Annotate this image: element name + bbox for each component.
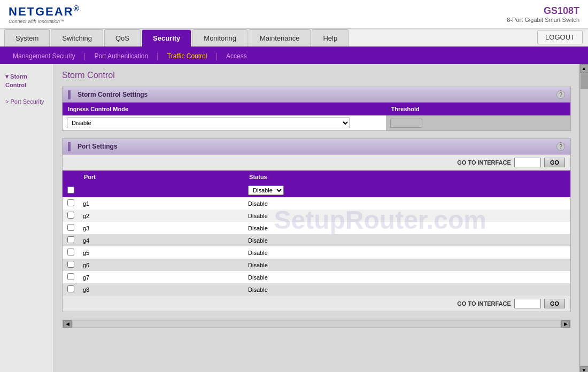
go-interface-input-top[interactable] <box>514 158 541 167</box>
sub-nav: Management Security | Port Authenticatio… <box>0 48 588 64</box>
storm-control-section-header: ▌ Storm Control Settings ? <box>63 87 570 103</box>
checkbox-cell-g4 <box>63 234 79 246</box>
tagline: Connect with Innovation™ <box>9 19 80 24</box>
header: NETGEAR® Connect with Innovation™ GS108T… <box>0 0 588 29</box>
port-row-g2: g2 Disable <box>63 210 570 222</box>
checkbox-cell-g3 <box>63 222 79 234</box>
tab-maintenance[interactable]: Maintenance <box>249 29 311 46</box>
section-header-icon: ▌ <box>68 90 73 99</box>
port-row-g5: g5 Disable <box>63 246 570 259</box>
sidebar-item-port-security[interactable]: Port Security <box>0 94 53 110</box>
netgear-logo: NETGEAR® Connect with Innovation™ <box>9 4 80 24</box>
sub-nav-traffic-control[interactable]: Traffic Control <box>159 48 216 64</box>
device-info: GS108T 8-Port Gigabit Smart Switch <box>507 5 579 23</box>
port-id-g5: g5 <box>79 246 244 259</box>
port-table: Port Status Disable Ena <box>63 170 570 296</box>
port-row-g4: g4 Disable <box>63 234 570 246</box>
logout-button[interactable]: LOGOUT <box>537 30 583 44</box>
tab-switching[interactable]: Switching <box>51 29 103 46</box>
checkbox-g1[interactable] <box>67 199 74 206</box>
col-port: Port <box>79 170 244 183</box>
nav-tabs: System Switching QoS Security Monitoring… <box>0 29 588 48</box>
go-button-top[interactable]: GO <box>544 158 565 167</box>
checkbox-g3[interactable] <box>67 224 74 231</box>
port-id-g7: g7 <box>79 271 244 283</box>
port-status-g5: Disable <box>244 246 570 259</box>
page-title: Storm Control <box>62 71 571 80</box>
checkbox-g2[interactable] <box>67 212 74 219</box>
go-to-interface-bottom-label: GO TO INTERFACE <box>457 300 511 307</box>
ingress-mode-cell: Disable Broadcast Multicast Unknown Unic… <box>63 115 386 130</box>
port-settings-section-title: Port Settings <box>78 143 118 150</box>
scroll-track[interactable] <box>581 73 588 366</box>
checkbox-g4[interactable] <box>67 236 74 243</box>
go-to-interface-top-label: GO TO INTERFACE <box>457 159 511 166</box>
main-layout: Storm Control Port Security SetupRouter.… <box>0 64 588 372</box>
vertical-scrollbar: ▲ ▼ <box>579 64 588 372</box>
tab-security[interactable]: Security <box>142 29 191 46</box>
storm-control-section-title: Storm Control Settings <box>78 91 148 98</box>
port-settings-section: ▌ Port Settings ? GO TO INTERFACE GO Por… <box>62 138 571 312</box>
checkbox-cell-g8 <box>63 283 79 296</box>
port-status-g3: Disable <box>244 222 570 234</box>
scroll-down-arrow[interactable]: ▼ <box>580 366 589 372</box>
checkbox-g7[interactable] <box>67 273 74 280</box>
sub-nav-management-security[interactable]: Management Security <box>4 48 84 64</box>
tab-system[interactable]: System <box>4 29 50 46</box>
checkbox-g8[interactable] <box>67 285 74 292</box>
threshold-cell <box>386 115 570 130</box>
port-id-g2: g2 <box>79 210 244 222</box>
sub-nav-port-auth[interactable]: Port Authentication <box>86 48 157 64</box>
checkbox-cell-g6 <box>63 259 79 271</box>
content-area: SetupRouter.com Storm Control ▌ Storm Co… <box>53 64 579 372</box>
ingress-control-mode-select[interactable]: Disable Broadcast Multicast Unknown Unic… <box>67 118 350 128</box>
port-id-g3: g3 <box>79 222 244 234</box>
storm-control-settings-table: Ingress Control Mode Threshold Disable B… <box>63 103 570 130</box>
port-all-status-cell: Disable Enable <box>244 183 570 197</box>
scroll-left-arrow[interactable]: ◀ <box>63 320 72 328</box>
port-status-g7: Disable <box>244 271 570 283</box>
col-ingress-control-mode: Ingress Control Mode <box>63 103 386 115</box>
scroll-right-arrow[interactable]: ▶ <box>561 320 570 328</box>
logo-text: NETGEAR® <box>9 4 80 19</box>
tab-qos[interactable]: QoS <box>104 29 141 46</box>
port-all-status-select[interactable]: Disable Enable <box>248 185 284 195</box>
checkbox-all[interactable] <box>67 187 74 193</box>
port-status-g1: Disable <box>244 197 570 210</box>
port-id-g8: g8 <box>79 283 244 296</box>
device-model: GS108T <box>507 5 579 17</box>
scroll-up-arrow[interactable]: ▲ <box>580 64 589 73</box>
checkbox-g5[interactable] <box>67 249 74 255</box>
go-button-bottom[interactable]: GO <box>544 299 565 308</box>
h-scroll-track[interactable] <box>73 321 560 327</box>
sidebar-item-storm-control[interactable]: Storm Control <box>0 68 53 94</box>
checkbox-cell-g5 <box>63 246 79 259</box>
storm-control-section: ▌ Storm Control Settings ? Ingress Contr… <box>62 87 571 131</box>
port-all-label <box>79 183 244 197</box>
sidebar: Storm Control Port Security <box>0 64 53 372</box>
port-row-g1: g1 Disable <box>63 197 570 210</box>
port-status-g8: Disable <box>244 283 570 296</box>
sub-nav-access[interactable]: Access <box>218 48 256 64</box>
col-checkbox <box>63 170 79 183</box>
checkbox-cell-g7 <box>63 271 79 283</box>
device-description: 8-Port Gigabit Smart Switch <box>507 17 579 23</box>
go-to-interface-top: GO TO INTERFACE GO <box>63 154 570 170</box>
port-id-g4: g4 <box>79 234 244 246</box>
port-settings-section-header: ▌ Port Settings ? <box>63 139 570 154</box>
go-to-interface-bottom: GO TO INTERFACE GO <box>63 296 570 312</box>
port-row-g7: g7 Disable <box>63 271 570 283</box>
go-interface-input-bottom[interactable] <box>514 299 541 308</box>
tab-monitoring[interactable]: Monitoring <box>192 29 247 46</box>
tab-help[interactable]: Help <box>312 29 349 46</box>
port-id-g6: g6 <box>79 259 244 271</box>
port-settings-help-icon[interactable]: ? <box>556 142 565 151</box>
scroll-thumb <box>581 73 588 89</box>
port-row-g8: g8 Disable <box>63 283 570 296</box>
storm-control-help-icon[interactable]: ? <box>556 90 565 99</box>
col-status: Status <box>244 170 570 183</box>
checkbox-g6[interactable] <box>67 261 74 268</box>
port-row-all: Disable Enable <box>63 183 570 197</box>
port-settings-section-icon: ▌ <box>68 142 73 151</box>
threshold-input[interactable] <box>390 119 422 128</box>
